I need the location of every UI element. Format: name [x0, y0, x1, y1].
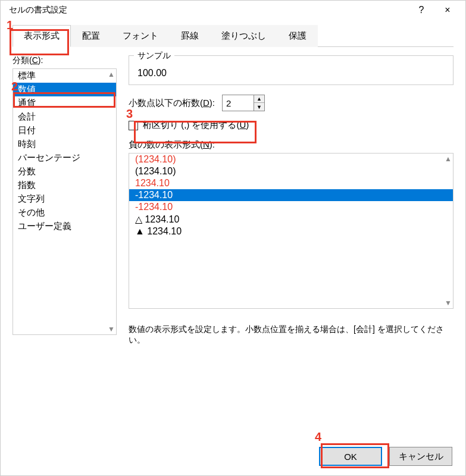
tab-fill[interactable]: 塗りつぶし [210, 25, 277, 47]
sample-box: サンプル 100.00 [129, 55, 454, 85]
dialog-body: 表示形式 配置 フォント 罫線 塗りつぶし 保護 分類(C): ▲ 標準 数値 … [1, 20, 465, 354]
scroll-up-icon[interactable]: ▲ [108, 70, 115, 79]
sample-value: 100.00 [129, 67, 453, 79]
thousands-label: 桁区切り (,) を使用する(U) [143, 120, 249, 131]
cancel-button[interactable]: キャンセル [389, 447, 452, 466]
tab-font[interactable]: フォント [111, 25, 170, 47]
description-text: 数値の表示形式を設定します。小数点位置を揃える場合は、[会計] を選択してくださ… [129, 324, 454, 346]
scroll-down-icon[interactable]: ▼ [108, 325, 115, 333]
neg-scroll-up-icon[interactable]: ▲ [445, 155, 452, 163]
dialog-title: セルの書式設定 [9, 5, 408, 15]
neg-item[interactable]: (1234.10) [129, 165, 453, 177]
category-listbox[interactable]: ▲ 標準 数値 通貨 会計 日付 時刻 パーセンテージ 分数 指数 文字列 その… [12, 68, 117, 335]
negative-format-listbox[interactable]: ▲ (1234.10) (1234.10) 1234.10 -1234.10 -… [129, 153, 454, 309]
category-item-date[interactable]: 日付 [13, 124, 116, 137]
spinner-up-icon[interactable]: ▲ [254, 95, 264, 103]
neg-item[interactable]: ▲ 1234.10 [129, 226, 453, 237]
category-item-fraction[interactable]: 分数 [13, 165, 116, 178]
category-item-time[interactable]: 時刻 [13, 137, 116, 151]
close-button[interactable]: × [434, 1, 461, 19]
neg-item[interactable]: -1234.10 [129, 189, 453, 201]
annotation-4: 4 [315, 430, 321, 444]
help-button[interactable]: ? [408, 1, 434, 19]
tab-border[interactable]: 罫線 [170, 25, 210, 47]
decimal-places-row: 小数点以下の桁数(D): ▲ ▼ [129, 95, 454, 111]
category-label: 分類(C): [12, 55, 117, 66]
negative-format-label: 負の数の表示形式(N): [129, 139, 454, 151]
tab-display-format[interactable]: 表示形式 [12, 25, 71, 47]
dialog-footer: OK キャンセル [319, 447, 452, 466]
decimal-places-input[interactable] [223, 95, 254, 111]
category-item-percentage[interactable]: パーセンテージ [13, 151, 116, 165]
neg-scroll-down-icon[interactable]: ▼ [445, 299, 452, 307]
format-cells-dialog: セルの書式設定 ? × 表示形式 配置 フォント 罫線 塗りつぶし 保護 分類(… [0, 0, 466, 476]
neg-item[interactable]: 1234.10 [129, 177, 453, 189]
tab-bar: 表示形式 配置 フォント 罫線 塗りつぶし 保護 [12, 24, 454, 47]
category-item-scientific[interactable]: 指数 [13, 178, 116, 192]
neg-item[interactable]: (1234.10) [129, 154, 453, 165]
category-item-special[interactable]: その他 [13, 206, 116, 220]
category-item-accounting[interactable]: 会計 [13, 110, 116, 124]
category-item-number[interactable]: 数値 [13, 83, 116, 96]
category-item-custom[interactable]: ユーザー定義 [13, 220, 116, 233]
ok-button[interactable]: OK [319, 447, 382, 466]
titlebar: セルの書式設定 ? × [1, 1, 465, 20]
decimal-places-spinner[interactable]: ▲ ▼ [222, 95, 265, 111]
spinner-down-icon[interactable]: ▼ [254, 103, 264, 111]
category-item-currency[interactable]: 通貨 [13, 96, 116, 110]
tab-protection[interactable]: 保護 [277, 25, 318, 47]
decimal-places-label: 小数点以下の桁数(D): [129, 98, 215, 109]
tab-alignment[interactable]: 配置 [71, 25, 111, 47]
category-item-standard[interactable]: 標準 [13, 69, 116, 83]
category-item-text[interactable]: 文字列 [13, 192, 116, 206]
neg-item[interactable]: -1234.10 [129, 201, 453, 213]
thousands-checkbox[interactable] [129, 121, 138, 130]
neg-item[interactable]: △ 1234.10 [129, 213, 453, 226]
sample-label: サンプル [134, 51, 174, 61]
thousands-separator-row[interactable]: 桁区切り (,) を使用する(U) [129, 120, 454, 131]
